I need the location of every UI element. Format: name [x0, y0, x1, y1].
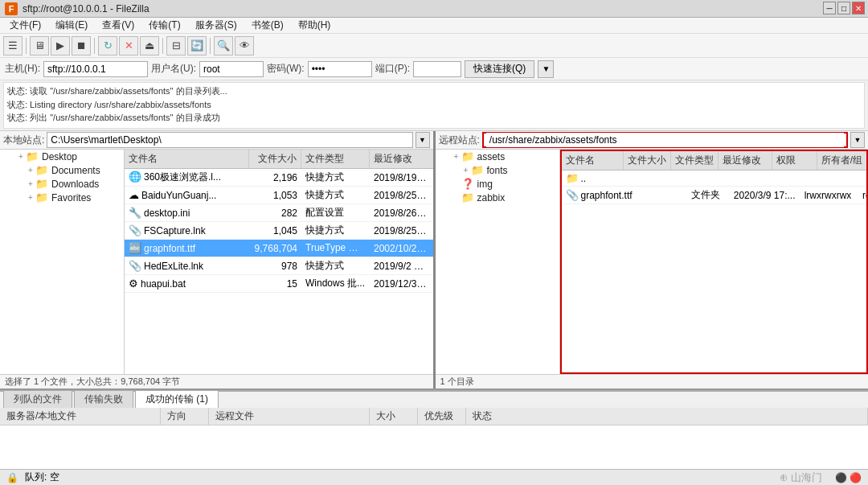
quick-connect-dropdown[interactable]: ▼	[538, 60, 554, 78]
local-file-type: 快捷方式	[301, 257, 370, 274]
tab-successful-transfers[interactable]: 成功的传输 (1)	[135, 390, 219, 408]
local-col-size[interactable]: 文件大小	[249, 150, 301, 168]
remote-file-row-up[interactable]: 📁..	[562, 171, 867, 187]
toolbar-menu-btn[interactable]: ☰	[3, 36, 23, 55]
menu-server[interactable]: 服务器(S)	[189, 17, 244, 34]
tab-failed-transfers[interactable]: 传输失败	[74, 390, 133, 408]
local-file-row[interactable]: ⚙huapui.bat 15 Windows 批... 2019/12/31 2…	[125, 275, 433, 293]
remote-panel: 远程站点: ▼ + 📁 assets + 📁 fonts	[436, 131, 869, 388]
tree-item-favorites[interactable]: + 📁 Favorites	[0, 191, 124, 204]
remote-col-owner[interactable]: 所有者/组	[817, 151, 866, 170]
question-icon-img: ❓	[461, 178, 474, 190]
local-file-date: 2019/12/31 22:1...	[370, 277, 433, 291]
close-button[interactable]: ✕	[852, 2, 865, 14]
pass-input[interactable]	[308, 61, 372, 77]
toolbar-search[interactable]: 🔍	[214, 36, 233, 55]
toolbar-cancel[interactable]: ✕	[119, 36, 138, 55]
bottom-status-bar: 🔒 队列: 空 ⊕ 山海门 ⚫ 🔴	[0, 469, 868, 485]
status-area: 状态: 读取 "/usr/share/zabbix/assets/fonts" …	[3, 82, 865, 129]
menu-view[interactable]: 查看(V)	[96, 17, 141, 34]
tree-label-assets: assets	[477, 151, 506, 162]
folder-icon-downloads: 📁	[35, 178, 48, 190]
tree-item-zabbix[interactable]: 📁 zabbix	[436, 191, 559, 204]
tree-item-fonts[interactable]: + 📁 fonts	[436, 163, 559, 177]
tree-item-img[interactable]: ❓ img	[436, 177, 559, 191]
tree-item-assets[interactable]: + 📁 assets	[436, 150, 559, 163]
remote-path-dropdown[interactable]: ▼	[850, 132, 865, 148]
toolbar-stop[interactable]: ⏹	[72, 36, 91, 55]
transfer-col-size: 大小	[370, 408, 418, 425]
local-file-size: 282	[249, 206, 301, 220]
menu-transfer[interactable]: 传输(T)	[142, 17, 186, 34]
transfer-col-priority: 优先级	[418, 408, 466, 425]
tree-item-downloads[interactable]: + 📁 Downloads	[0, 177, 124, 191]
minimize-button[interactable]: ─	[823, 2, 836, 14]
remote-path-input[interactable]	[486, 133, 844, 147]
remote-file-header: 文件名 文件大小 文件类型 最近修改 权限 所有者/组	[562, 151, 867, 171]
local-file-name: 📎HedExLite.lnk	[125, 258, 249, 273]
tree-label-favorites: Favorites	[51, 192, 91, 203]
toolbar-sep-1	[26, 38, 27, 54]
menu-edit[interactable]: 编辑(E)	[49, 17, 94, 34]
status-dots: ⚫ 🔴	[835, 472, 862, 483]
local-path-dropdown[interactable]: ▼	[416, 132, 430, 148]
tab-queued-files[interactable]: 列队的文件	[3, 390, 72, 408]
toolbar-site-manager[interactable]: 🖥	[30, 36, 49, 55]
local-file-type: 快捷方式	[301, 187, 370, 203]
host-input[interactable]	[43, 61, 148, 77]
local-file-row[interactable]: 📎FSCapture.lnk 1,045 快捷方式 2019/8/25 17:1…	[125, 222, 433, 240]
status-line-3: 状态: 列出 "/usr/share/zabbix/assets/fonts" …	[7, 111, 861, 125]
local-file-size: 2,196	[249, 171, 301, 185]
local-file-date: 2019/9/2 10:22:07	[370, 259, 433, 273]
quick-connect-button[interactable]: 快速连接(Q)	[465, 60, 534, 78]
remote-col-size[interactable]: 文件大小	[624, 151, 671, 170]
tree-label-desktop: Desktop	[42, 151, 77, 162]
folder-icon-desktop: 📁	[26, 150, 39, 162]
maximize-button[interactable]: □	[837, 2, 850, 14]
port-input[interactable]	[413, 61, 461, 77]
remote-file-owner: root root	[858, 188, 866, 203]
toolbar-info[interactable]: 👁	[235, 36, 254, 55]
remote-col-name[interactable]: 文件名	[562, 151, 624, 170]
local-panel: 本地站点: ▼ + 📁 Desktop + 📁 Documents	[0, 131, 436, 388]
remote-file-row[interactable]: 📎graphfont.ttf 文件夹 2020/3/9 17:... lrwxr…	[562, 187, 867, 204]
remote-col-date[interactable]: 最近修改	[719, 151, 772, 170]
queue-tabs: 列队的文件 传输失败 成功的传输 (1)	[0, 390, 868, 408]
menu-file[interactable]: 文件(F)	[3, 17, 47, 34]
menu-bookmarks[interactable]: 书签(B)	[245, 17, 290, 34]
remote-file-list-wrapper: 文件名 文件大小 文件类型 最近修改 权限 所有者/组 📁..	[560, 150, 869, 374]
folder-icon-assets: 📁	[461, 150, 474, 162]
local-file-type: 快捷方式	[301, 169, 370, 186]
local-file-row[interactable]: 🔧desktop.ini 282 配置设置 2019/8/26 21:21:..…	[125, 204, 433, 222]
transfer-col-local: 服务器/本地文件	[0, 408, 161, 425]
toolbar-process-queue[interactable]: ▶	[51, 36, 70, 55]
remote-col-type[interactable]: 文件类型	[671, 151, 719, 170]
remote-path-bar: 远程站点: ▼	[436, 131, 869, 150]
remote-status-bar: 1 个目录	[436, 374, 869, 388]
transfer-col-status: 状态	[466, 408, 868, 425]
menu-help[interactable]: 帮助(H)	[292, 17, 338, 34]
toolbar-filter[interactable]: ⊟	[166, 36, 186, 55]
user-input[interactable]	[199, 61, 264, 77]
toggle-documents: +	[26, 166, 35, 175]
local-col-name[interactable]: 文件名	[125, 150, 249, 168]
tree-label-fonts: fonts	[487, 165, 508, 176]
local-file-name: 📎FSCapture.lnk	[125, 223, 249, 238]
remote-col-perm[interactable]: 权限	[772, 151, 817, 170]
toggle-fonts: +	[461, 166, 471, 175]
local-file-row[interactable]: ☁BaiduYunGuanj... 1,053 快捷方式 2019/8/25 1…	[125, 187, 433, 204]
local-file-row[interactable]: 🌐360极速浏览器.l... 2,196 快捷方式 2019/8/19 20:4…	[125, 169, 433, 187]
local-col-type[interactable]: 文件类型	[301, 150, 370, 168]
local-path-input[interactable]	[47, 132, 412, 148]
toolbar-disconnect[interactable]: ⏏	[140, 36, 159, 55]
local-file-row-selected[interactable]: 🔤graphfont.ttf 9,768,704 TrueType 字... 2…	[125, 240, 433, 257]
local-file-size: 9,768,704	[249, 241, 301, 256]
tree-label-documents: Documents	[51, 165, 100, 176]
local-col-date[interactable]: 最近修改	[370, 150, 433, 168]
toolbar-refresh[interactable]: ↻	[98, 36, 117, 55]
local-file-row[interactable]: 📎HedExLite.lnk 978 快捷方式 2019/9/2 10:22:0…	[125, 257, 433, 275]
tree-item-desktop[interactable]: + 📁 Desktop	[0, 150, 124, 163]
toolbar-sync[interactable]: 🔄	[187, 36, 207, 55]
status-line-2: 状态: Listing directory /usr/share/zabbix/…	[7, 98, 861, 112]
tree-item-documents[interactable]: + 📁 Documents	[0, 163, 124, 177]
